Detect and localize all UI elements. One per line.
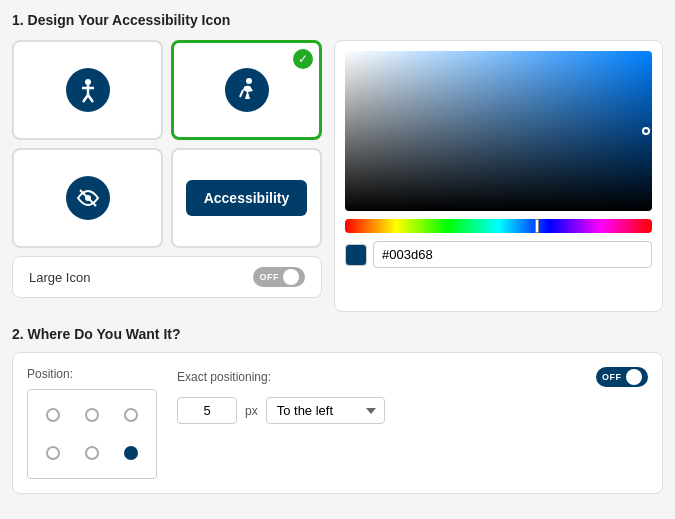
large-icon-label: Large Icon <box>29 270 90 285</box>
toggle-knob <box>283 269 299 285</box>
radio-tl[interactable] <box>46 408 60 422</box>
standard-accessibility-icon <box>66 68 110 112</box>
dynamic-accessibility-icon <box>225 68 269 112</box>
icon-card-text-btn[interactable]: Accessibility <box>171 148 322 248</box>
icon-grid: ✓ <box>12 40 322 312</box>
icon-card-eye[interactable] <box>12 148 163 248</box>
toggle-off-label: OFF <box>260 272 280 282</box>
color-gradient[interactable] <box>345 51 652 211</box>
exact-label: Exact positioning: <box>177 370 271 384</box>
hue-cursor <box>535 219 539 233</box>
color-swatch <box>345 244 367 266</box>
eye-accessibility-icon <box>66 176 110 220</box>
svg-point-0 <box>85 79 91 85</box>
svg-point-5 <box>246 78 252 84</box>
radio-br[interactable] <box>124 446 138 460</box>
px-input[interactable] <box>177 397 237 424</box>
svg-line-4 <box>88 95 93 102</box>
icon-card-standard[interactable] <box>12 40 163 140</box>
check-badge: ✓ <box>293 49 313 69</box>
hex-input[interactable] <box>373 241 652 268</box>
svg-line-6 <box>240 90 243 97</box>
radio-bc[interactable] <box>85 446 99 460</box>
accessibility-text-button[interactable]: Accessibility <box>186 180 308 216</box>
exact-toggle[interactable]: OFF <box>596 367 648 387</box>
gradient-cursor <box>642 127 650 135</box>
position-col: Position: <box>27 367 157 479</box>
exact-toggle-label: OFF <box>602 372 622 382</box>
radio-tr[interactable] <box>124 408 138 422</box>
section2-panel: Position: Exact positioning: OFF px To t… <box>12 352 663 494</box>
radio-tc[interactable] <box>85 408 99 422</box>
section2-title: 2. Where Do You Want It? <box>12 326 663 342</box>
direction-select[interactable]: To the left To the right To the top To t… <box>266 397 385 424</box>
icon-card-dynamic[interactable]: ✓ <box>171 40 322 140</box>
px-unit: px <box>245 404 258 418</box>
position-label: Position: <box>27 367 157 381</box>
position-grid <box>27 389 157 479</box>
large-icon-toggle[interactable]: OFF <box>253 267 305 287</box>
color-picker-panel <box>334 40 663 312</box>
section1-title: 1. Design Your Accessibility Icon <box>12 12 663 28</box>
exact-col: Exact positioning: OFF px To the left To… <box>177 367 648 424</box>
exact-toggle-knob <box>626 369 642 385</box>
hue-bar[interactable] <box>345 219 652 233</box>
radio-bl[interactable] <box>46 446 60 460</box>
